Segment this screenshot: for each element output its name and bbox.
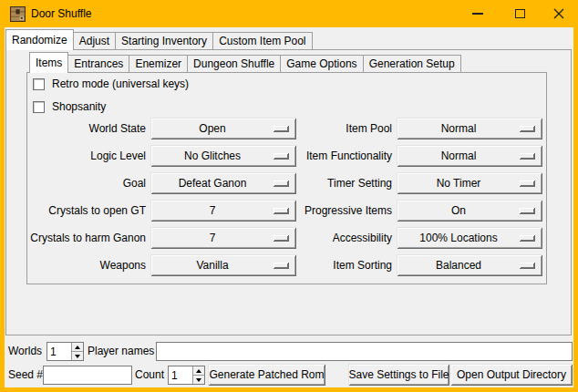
accessibility-dropdown[interactable]: 100% Locations: [397, 227, 542, 249]
goal-value: Defeat Ganon: [179, 177, 247, 190]
tab-generation-setup[interactable]: Generation Setup: [363, 55, 461, 73]
door-icon: [10, 6, 26, 22]
minimize-button[interactable]: [457, 0, 499, 27]
maximize-button[interactable]: [499, 0, 541, 27]
open-output-directory-button[interactable]: Open Output Directory: [450, 364, 573, 386]
seed-input[interactable]: [44, 366, 131, 384]
tab-custom-item-pool[interactable]: Custom Item Pool: [212, 32, 312, 50]
logic-level-label: Logic Level: [27, 145, 146, 167]
tab-entrances[interactable]: Entrances: [67, 55, 129, 73]
close-button[interactable]: [540, 0, 578, 27]
item-pool-value: Normal: [441, 122, 477, 135]
count-spin-up-button[interactable]: [193, 366, 204, 376]
worlds-spin-down-button[interactable]: [72, 352, 83, 360]
tab-starting-inventory[interactable]: Starting Inventory: [115, 32, 213, 50]
shopsanity-checkbox[interactable]: Shopsanity: [33, 100, 106, 113]
worlds-input[interactable]: [47, 343, 71, 360]
crystals-harm-ganon-label: Crystals to harm Ganon: [27, 227, 146, 249]
menubutton-indicator-icon: [274, 126, 289, 132]
item-functionality-value: Normal: [441, 150, 477, 162]
timer-setting-label: Timer Setting: [301, 172, 392, 194]
menubutton-indicator-icon: [274, 208, 289, 214]
menubutton-indicator-icon: [274, 153, 289, 160]
spin-up-icon: [196, 369, 201, 373]
close-icon: [553, 8, 564, 19]
menubutton-indicator-icon: [520, 126, 535, 132]
menubutton-indicator-icon: [520, 235, 535, 242]
item-sorting-dropdown[interactable]: Balanced: [397, 254, 542, 276]
weapons-label: Weapons: [27, 254, 146, 276]
tab-enemizer[interactable]: Enemizer: [129, 55, 188, 73]
count-spin-buttons: [192, 366, 204, 384]
crystals-harm-ganon-dropdown[interactable]: 7: [150, 227, 296, 249]
item-sorting-value: Balanced: [436, 259, 481, 272]
spin-down-icon: [196, 378, 201, 382]
shopsanity-label: Shopsanity: [52, 100, 106, 113]
maximize-icon: [515, 9, 525, 18]
titlebar: Door Shuffle: [0, 0, 578, 27]
timer-setting-dropdown[interactable]: No Timer: [397, 172, 542, 194]
world-state-value: Open: [199, 122, 225, 135]
player-names-label: Player names: [88, 342, 154, 361]
worlds-label: Worlds: [8, 342, 42, 361]
player-names-input[interactable]: [157, 343, 572, 360]
count-spin-down-button[interactable]: [193, 376, 204, 384]
progressive-items-dropdown[interactable]: On: [397, 200, 542, 222]
checkbox-unchecked-icon: [33, 101, 45, 113]
tab-items[interactable]: Items: [29, 52, 68, 73]
retro-mode-checkbox[interactable]: Retro mode (universal keys): [33, 77, 189, 90]
seed-label: Seed #: [8, 366, 43, 385]
crystals-open-gt-value: 7: [210, 204, 216, 217]
spin-up-icon: [75, 346, 80, 349]
tab-dungeon-shuffle[interactable]: Dungeon Shuffle: [187, 55, 281, 73]
crystals-open-gt-dropdown[interactable]: 7: [150, 200, 296, 222]
count-label: Count: [135, 366, 164, 385]
worlds-spin-buttons: [71, 343, 83, 360]
world-state-label: World State: [27, 118, 146, 139]
tab-adjust[interactable]: Adjust: [73, 32, 116, 50]
item-pool-dropdown[interactable]: Normal: [397, 118, 542, 139]
player-names-field: [156, 342, 573, 361]
door-shuffle-window: Door Shuffle Randomize Adjust Starting I…: [0, 0, 578, 392]
spin-down-icon: [75, 355, 80, 358]
logic-level-dropdown[interactable]: No Glitches: [150, 145, 296, 167]
worlds-spin-up-button[interactable]: [72, 343, 83, 352]
sub-tab-bar: Items Entrances Enemizer Dungeon Shuffle…: [29, 52, 461, 73]
weapons-value: Vanilla: [196, 259, 228, 272]
logic-level-value: No Glitches: [184, 150, 241, 162]
menubutton-indicator-icon: [520, 208, 535, 214]
count-input[interactable]: [169, 366, 192, 384]
tab-randomize[interactable]: Randomize: [5, 29, 74, 50]
item-functionality-dropdown[interactable]: Normal: [397, 145, 542, 167]
menubutton-indicator-icon: [520, 263, 535, 269]
tab-game-options[interactable]: Game Options: [280, 55, 363, 73]
seed-field: [43, 366, 132, 385]
retro-mode-label: Retro mode (universal keys): [52, 77, 189, 90]
main-tab-bar: Randomize Adjust Starting Inventory Cust…: [5, 29, 313, 50]
accessibility-value: 100% Locations: [419, 232, 497, 244]
menubutton-indicator-icon: [274, 181, 289, 187]
crystals-harm-ganon-value: 7: [210, 232, 216, 244]
menubutton-indicator-icon: [520, 153, 535, 160]
menubutton-indicator-icon: [274, 235, 289, 242]
item-sorting-label: Item Sorting: [301, 254, 392, 276]
item-pool-label: Item Pool: [301, 118, 392, 139]
goal-label: Goal: [27, 172, 146, 194]
progressive-items-value: On: [451, 204, 466, 217]
count-spinbox: [168, 366, 205, 385]
timer-setting-value: No Timer: [437, 177, 481, 190]
progressive-items-label: Progressive Items: [301, 200, 392, 222]
checkbox-unchecked-icon: [33, 78, 45, 90]
world-state-dropdown[interactable]: Open: [150, 118, 296, 139]
save-settings-button[interactable]: Save Settings to File: [348, 364, 449, 386]
weapons-dropdown[interactable]: Vanilla: [150, 254, 296, 276]
menubutton-indicator-icon: [274, 263, 289, 269]
worlds-spinbox: [46, 342, 84, 361]
minimize-icon: [472, 13, 483, 15]
goal-dropdown[interactable]: Defeat Ganon: [150, 172, 296, 194]
item-functionality-label: Item Functionality: [301, 145, 392, 167]
crystals-open-gt-label: Crystals to open GT: [27, 200, 146, 222]
options-grid: World State Open Item Pool Normal Logic …: [27, 118, 542, 276]
window-title: Door Shuffle: [31, 0, 92, 27]
generate-patched-rom-button[interactable]: Generate Patched Rom: [208, 364, 325, 386]
